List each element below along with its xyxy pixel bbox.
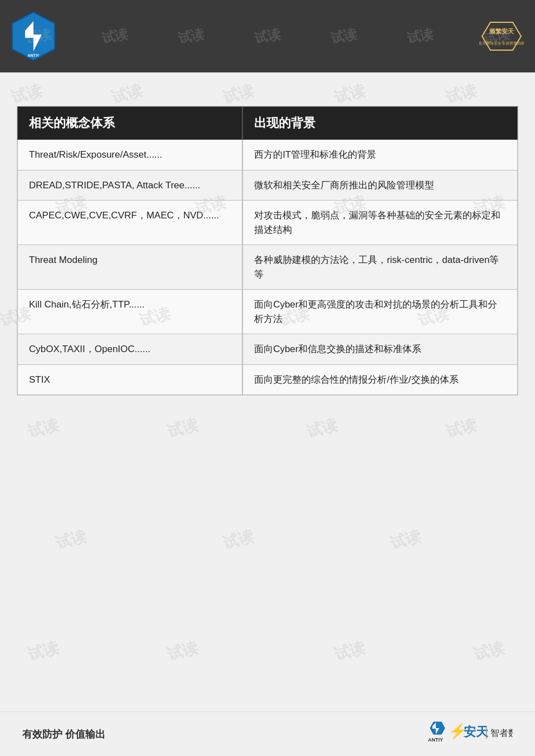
wm-body-1: 试读 bbox=[9, 80, 45, 108]
table-cell-left-3: Threat Modeling bbox=[18, 245, 243, 290]
table-row: Kill Chain,钻石分析,TTP......面向Cyber和更高强度的攻击… bbox=[18, 290, 518, 334]
table-cell-left-5: CybOX,TAXII，OpenIOC...... bbox=[18, 334, 243, 365]
table-cell-right-5: 面向Cyber和信息交换的描述和标准体系 bbox=[242, 334, 517, 365]
table-row: DREAD,STRIDE,PASTA, Attack Tree......微软和… bbox=[18, 170, 518, 201]
col-left-header: 相关的概念体系 bbox=[18, 107, 243, 140]
table-cell-right-0: 西方的IT管理和标准化的背景 bbox=[242, 140, 517, 170]
svg-text:ANTIY: ANTIY bbox=[28, 53, 40, 57]
table-row: Threat/Risk/Exposure/Asset......西方的IT管理和… bbox=[18, 140, 518, 170]
wm-body-3: 试读 bbox=[221, 80, 256, 108]
wm-body-2: 试读 bbox=[109, 80, 145, 108]
concept-table: 相关的概念体系 出现的背景 Threat/Risk/Exposure/Asset… bbox=[17, 106, 518, 395]
table-row: STIX面向更完整的综合性的情报分析/作业/交换的体系 bbox=[18, 364, 518, 395]
page-footer: 有效防护 价值输出 ANTIY ⚡ 安天 | 智者数天下 bbox=[0, 711, 535, 756]
table-cell-left-1: DREAD,STRIDE,PASTA, Attack Tree...... bbox=[18, 170, 243, 201]
table-cell-right-2: 对攻击模式，脆弱点，漏洞等各种基础的安全元素的标定和描述结构 bbox=[242, 201, 517, 245]
table-cell-right-4: 面向Cyber和更高强度的攻击和对抗的场景的分析工具和分析方法 bbox=[242, 290, 517, 334]
page-header: ANTIY 试读 试读 试读 试读 试读 试读 试读 频繁安天 安天网络安全专训… bbox=[0, 0, 535, 72]
wm-body-16: 试读 bbox=[304, 414, 340, 442]
table-row: Threat Modeling各种威胁建模的方法论，工具，risk-centri… bbox=[18, 245, 518, 290]
col-right-header: 出现的背景 bbox=[242, 107, 517, 140]
wm-body-18: 试读 bbox=[54, 525, 89, 554]
table-cell-left-0: Threat/Risk/Exposure/Asset...... bbox=[18, 140, 243, 170]
table-row: CAPEC,CWE,CVE,CVRF，MAEC，NVD......对攻击模式，脆… bbox=[18, 201, 518, 245]
wm-body-24: 试读 bbox=[471, 637, 507, 665]
wm-body-15: 试读 bbox=[165, 414, 201, 442]
wm-body-5: 试读 bbox=[444, 80, 479, 108]
svg-text:安天网络安全专训营第四期: 安天网络安全专训营第四期 bbox=[479, 41, 524, 46]
wm-body-23: 试读 bbox=[332, 637, 368, 665]
header-watermarks: 试读 试读 试读 试读 试读 试读 试读 bbox=[0, 0, 535, 72]
table-cell-right-3: 各种威胁建模的方法论，工具，risk-centric，data-driven等等 bbox=[242, 245, 517, 290]
wm-body-22: 试读 bbox=[165, 637, 201, 665]
wm-body-20: 试读 bbox=[388, 525, 424, 554]
watermark-5: 试读 bbox=[329, 25, 359, 47]
wm-body-4: 试读 bbox=[332, 80, 368, 108]
svg-text:频繁安天: 频繁安天 bbox=[489, 28, 514, 35]
table-cell-left-2: CAPEC,CWE,CVE,CVRF，MAEC，NVD...... bbox=[18, 201, 243, 245]
table-cell-left-4: Kill Chain,钻石分析,TTP...... bbox=[18, 290, 243, 334]
watermark-6: 试读 bbox=[406, 25, 435, 47]
table-row: CybOX,TAXII，OpenIOC......面向Cyber和信息交换的描述… bbox=[18, 334, 518, 365]
wm-body-14: 试读 bbox=[26, 414, 61, 442]
wm-body-19: 试读 bbox=[221, 525, 256, 554]
antiy-logo: ANTIY bbox=[11, 11, 56, 61]
wm-body-17: 试读 bbox=[444, 414, 479, 442]
table-cell-left-6: STIX bbox=[18, 364, 243, 395]
footer-logo: ANTIY ⚡ 安天 | 智者数天下 bbox=[424, 720, 513, 748]
watermark-2: 试读 bbox=[100, 25, 129, 47]
svg-text:|: | bbox=[485, 725, 488, 739]
wm-body-21: 试读 bbox=[26, 637, 61, 665]
header-right-logo: 频繁安天 安天网络安全专训营第四期 bbox=[479, 19, 524, 53]
footer-tagline: 有效防护 价值输出 bbox=[22, 728, 105, 741]
svg-text:ANTIY: ANTIY bbox=[428, 737, 443, 743]
watermark-3: 试读 bbox=[176, 25, 206, 47]
logo-area: ANTIY bbox=[11, 11, 56, 61]
svg-text:智者数天下: 智者数天下 bbox=[490, 728, 513, 738]
table-header-row: 相关的概念体系 出现的背景 bbox=[18, 107, 518, 140]
svg-marker-2 bbox=[482, 22, 521, 50]
main-content: 相关的概念体系 出现的背景 Threat/Risk/Exposure/Asset… bbox=[17, 106, 518, 396]
watermark-4: 试读 bbox=[253, 25, 283, 47]
table-cell-right-1: 微软和相关安全厂商所推出的风险管理模型 bbox=[242, 170, 517, 201]
table-cell-right-6: 面向更完整的综合性的情报分析/作业/交换的体系 bbox=[242, 364, 517, 395]
